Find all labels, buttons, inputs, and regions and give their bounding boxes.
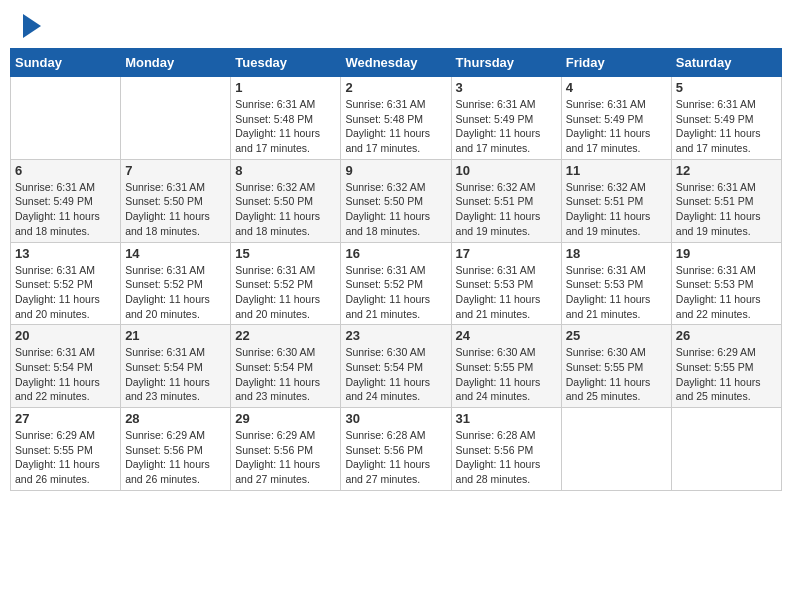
calendar-day-header: Tuesday — [231, 49, 341, 77]
day-number: 2 — [345, 80, 446, 95]
calendar-cell: 9Sunrise: 6:32 AM Sunset: 5:50 PM Daylig… — [341, 159, 451, 242]
day-info: Sunrise: 6:29 AM Sunset: 5:55 PM Dayligh… — [676, 345, 777, 404]
day-number: 9 — [345, 163, 446, 178]
calendar-cell: 6Sunrise: 6:31 AM Sunset: 5:49 PM Daylig… — [11, 159, 121, 242]
day-number: 27 — [15, 411, 116, 426]
calendar-cell: 14Sunrise: 6:31 AM Sunset: 5:52 PM Dayli… — [121, 242, 231, 325]
calendar-body: 1Sunrise: 6:31 AM Sunset: 5:48 PM Daylig… — [11, 77, 782, 491]
calendar-cell: 26Sunrise: 6:29 AM Sunset: 5:55 PM Dayli… — [671, 325, 781, 408]
day-number: 29 — [235, 411, 336, 426]
day-number: 20 — [15, 328, 116, 343]
day-number: 6 — [15, 163, 116, 178]
calendar-cell: 4Sunrise: 6:31 AM Sunset: 5:49 PM Daylig… — [561, 77, 671, 160]
day-info: Sunrise: 6:31 AM Sunset: 5:54 PM Dayligh… — [15, 345, 116, 404]
calendar-cell — [561, 408, 671, 491]
day-number: 21 — [125, 328, 226, 343]
calendar-week-row: 6Sunrise: 6:31 AM Sunset: 5:49 PM Daylig… — [11, 159, 782, 242]
calendar-cell — [121, 77, 231, 160]
day-number: 5 — [676, 80, 777, 95]
calendar-cell — [11, 77, 121, 160]
day-info: Sunrise: 6:29 AM Sunset: 5:56 PM Dayligh… — [125, 428, 226, 487]
day-number: 13 — [15, 246, 116, 261]
calendar-cell: 13Sunrise: 6:31 AM Sunset: 5:52 PM Dayli… — [11, 242, 121, 325]
day-info: Sunrise: 6:28 AM Sunset: 5:56 PM Dayligh… — [456, 428, 557, 487]
calendar-day-header: Saturday — [671, 49, 781, 77]
calendar-cell: 22Sunrise: 6:30 AM Sunset: 5:54 PM Dayli… — [231, 325, 341, 408]
calendar-week-row: 1Sunrise: 6:31 AM Sunset: 5:48 PM Daylig… — [11, 77, 782, 160]
day-number: 24 — [456, 328, 557, 343]
day-number: 19 — [676, 246, 777, 261]
day-info: Sunrise: 6:32 AM Sunset: 5:50 PM Dayligh… — [345, 180, 446, 239]
day-number: 28 — [125, 411, 226, 426]
day-number: 31 — [456, 411, 557, 426]
day-number: 14 — [125, 246, 226, 261]
day-info: Sunrise: 6:31 AM Sunset: 5:53 PM Dayligh… — [456, 263, 557, 322]
calendar-cell: 2Sunrise: 6:31 AM Sunset: 5:48 PM Daylig… — [341, 77, 451, 160]
day-info: Sunrise: 6:31 AM Sunset: 5:49 PM Dayligh… — [676, 97, 777, 156]
calendar-table: SundayMondayTuesdayWednesdayThursdayFrid… — [10, 48, 782, 491]
day-number: 25 — [566, 328, 667, 343]
day-number: 7 — [125, 163, 226, 178]
calendar-cell: 24Sunrise: 6:30 AM Sunset: 5:55 PM Dayli… — [451, 325, 561, 408]
calendar-cell: 20Sunrise: 6:31 AM Sunset: 5:54 PM Dayli… — [11, 325, 121, 408]
day-number: 11 — [566, 163, 667, 178]
calendar-cell: 17Sunrise: 6:31 AM Sunset: 5:53 PM Dayli… — [451, 242, 561, 325]
day-info: Sunrise: 6:30 AM Sunset: 5:55 PM Dayligh… — [456, 345, 557, 404]
calendar-cell: 28Sunrise: 6:29 AM Sunset: 5:56 PM Dayli… — [121, 408, 231, 491]
day-number: 12 — [676, 163, 777, 178]
calendar-cell: 11Sunrise: 6:32 AM Sunset: 5:51 PM Dayli… — [561, 159, 671, 242]
calendar-day-header: Sunday — [11, 49, 121, 77]
day-number: 18 — [566, 246, 667, 261]
day-number: 30 — [345, 411, 446, 426]
day-info: Sunrise: 6:30 AM Sunset: 5:54 PM Dayligh… — [345, 345, 446, 404]
page-header — [10, 10, 782, 38]
logo-arrow-icon — [23, 14, 41, 38]
day-number: 22 — [235, 328, 336, 343]
day-info: Sunrise: 6:31 AM Sunset: 5:52 PM Dayligh… — [235, 263, 336, 322]
calendar-day-header: Thursday — [451, 49, 561, 77]
calendar-cell: 25Sunrise: 6:30 AM Sunset: 5:55 PM Dayli… — [561, 325, 671, 408]
calendar-cell — [671, 408, 781, 491]
calendar-cell: 5Sunrise: 6:31 AM Sunset: 5:49 PM Daylig… — [671, 77, 781, 160]
day-info: Sunrise: 6:31 AM Sunset: 5:54 PM Dayligh… — [125, 345, 226, 404]
calendar-cell: 21Sunrise: 6:31 AM Sunset: 5:54 PM Dayli… — [121, 325, 231, 408]
calendar-cell: 19Sunrise: 6:31 AM Sunset: 5:53 PM Dayli… — [671, 242, 781, 325]
calendar-week-row: 13Sunrise: 6:31 AM Sunset: 5:52 PM Dayli… — [11, 242, 782, 325]
calendar-header-row: SundayMondayTuesdayWednesdayThursdayFrid… — [11, 49, 782, 77]
calendar-cell: 23Sunrise: 6:30 AM Sunset: 5:54 PM Dayli… — [341, 325, 451, 408]
day-info: Sunrise: 6:31 AM Sunset: 5:49 PM Dayligh… — [456, 97, 557, 156]
day-info: Sunrise: 6:32 AM Sunset: 5:50 PM Dayligh… — [235, 180, 336, 239]
day-number: 8 — [235, 163, 336, 178]
day-number: 10 — [456, 163, 557, 178]
day-info: Sunrise: 6:31 AM Sunset: 5:53 PM Dayligh… — [676, 263, 777, 322]
calendar-week-row: 27Sunrise: 6:29 AM Sunset: 5:55 PM Dayli… — [11, 408, 782, 491]
calendar-day-header: Monday — [121, 49, 231, 77]
calendar-week-row: 20Sunrise: 6:31 AM Sunset: 5:54 PM Dayli… — [11, 325, 782, 408]
day-info: Sunrise: 6:31 AM Sunset: 5:52 PM Dayligh… — [345, 263, 446, 322]
day-info: Sunrise: 6:31 AM Sunset: 5:48 PM Dayligh… — [235, 97, 336, 156]
day-number: 1 — [235, 80, 336, 95]
calendar-cell: 29Sunrise: 6:29 AM Sunset: 5:56 PM Dayli… — [231, 408, 341, 491]
day-number: 4 — [566, 80, 667, 95]
day-info: Sunrise: 6:31 AM Sunset: 5:50 PM Dayligh… — [125, 180, 226, 239]
day-info: Sunrise: 6:31 AM Sunset: 5:48 PM Dayligh… — [345, 97, 446, 156]
calendar-cell: 8Sunrise: 6:32 AM Sunset: 5:50 PM Daylig… — [231, 159, 341, 242]
day-info: Sunrise: 6:31 AM Sunset: 5:49 PM Dayligh… — [15, 180, 116, 239]
day-info: Sunrise: 6:30 AM Sunset: 5:54 PM Dayligh… — [235, 345, 336, 404]
calendar-cell: 31Sunrise: 6:28 AM Sunset: 5:56 PM Dayli… — [451, 408, 561, 491]
day-info: Sunrise: 6:31 AM Sunset: 5:49 PM Dayligh… — [566, 97, 667, 156]
day-number: 15 — [235, 246, 336, 261]
calendar-cell: 16Sunrise: 6:31 AM Sunset: 5:52 PM Dayli… — [341, 242, 451, 325]
calendar-cell: 1Sunrise: 6:31 AM Sunset: 5:48 PM Daylig… — [231, 77, 341, 160]
day-info: Sunrise: 6:29 AM Sunset: 5:56 PM Dayligh… — [235, 428, 336, 487]
calendar-cell: 30Sunrise: 6:28 AM Sunset: 5:56 PM Dayli… — [341, 408, 451, 491]
calendar-cell: 3Sunrise: 6:31 AM Sunset: 5:49 PM Daylig… — [451, 77, 561, 160]
day-info: Sunrise: 6:31 AM Sunset: 5:51 PM Dayligh… — [676, 180, 777, 239]
day-info: Sunrise: 6:28 AM Sunset: 5:56 PM Dayligh… — [345, 428, 446, 487]
day-info: Sunrise: 6:31 AM Sunset: 5:52 PM Dayligh… — [125, 263, 226, 322]
calendar-cell: 12Sunrise: 6:31 AM Sunset: 5:51 PM Dayli… — [671, 159, 781, 242]
calendar-cell: 18Sunrise: 6:31 AM Sunset: 5:53 PM Dayli… — [561, 242, 671, 325]
day-info: Sunrise: 6:30 AM Sunset: 5:55 PM Dayligh… — [566, 345, 667, 404]
day-number: 16 — [345, 246, 446, 261]
calendar-cell: 10Sunrise: 6:32 AM Sunset: 5:51 PM Dayli… — [451, 159, 561, 242]
